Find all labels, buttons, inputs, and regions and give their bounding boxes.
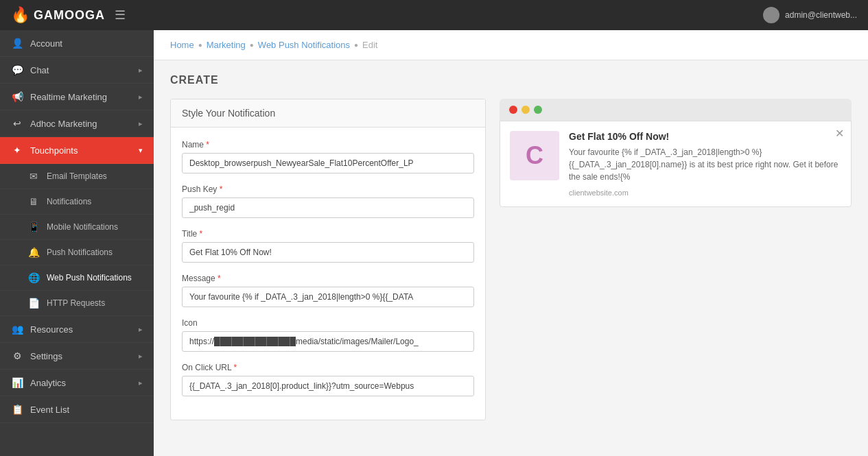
- breadcrumb-home[interactable]: Home: [170, 40, 194, 50]
- sidebar-item-label: Resources: [30, 324, 73, 335]
- email-icon: ✉: [27, 171, 40, 182]
- mobile-icon: 📱: [27, 221, 40, 232]
- breadcrumb-web-push[interactable]: Web Push Notifications: [258, 40, 350, 50]
- chevron-icon: ▸: [139, 379, 143, 387]
- title-input[interactable]: [182, 242, 474, 263]
- hamburger-icon[interactable]: ☰: [115, 8, 126, 23]
- touchpoints-icon: ✦: [11, 145, 23, 156]
- form-group-message: Message *: [182, 274, 474, 307]
- sidebar-item-http-requests[interactable]: 📄 HTTP Requests: [0, 291, 154, 316]
- web-push-icon: 🌐: [27, 272, 40, 283]
- layout: 👤 Account 💬 Chat ▸ 📢 Realtime Marketing …: [0, 30, 868, 456]
- message-label: Message *: [182, 274, 474, 283]
- breadcrumb-sep-2: ●: [250, 41, 254, 49]
- push-key-label: Push Key *: [182, 184, 474, 194]
- sidebar-item-account[interactable]: 👤 Account: [0, 30, 154, 57]
- sidebar-item-web-push-notifications[interactable]: 🌐 Web Push Notifications: [0, 265, 154, 291]
- sidebar-item-touchpoints[interactable]: ✦ Touchpoints ▾: [0, 137, 154, 164]
- breadcrumb: Home ● Marketing ● Web Push Notification…: [154, 30, 868, 60]
- notification-preview: C Get Flat 10% Off Now! Your favourite {…: [500, 121, 852, 207]
- dot-yellow: [521, 106, 530, 114]
- sidebar-sub-label: Email Templates: [47, 171, 107, 181]
- notif-icon: C: [510, 131, 559, 180]
- notif-url: clientwebsite.com: [569, 189, 841, 197]
- logo-icon: 🔥: [11, 6, 30, 24]
- sidebar-sub-label: Push Notifications: [47, 248, 113, 257]
- content-area: CREATE Style Your Notification Name *: [154, 60, 868, 434]
- event-list-icon: 📋: [11, 404, 23, 415]
- sidebar-item-notifications[interactable]: 🖥 Notifications: [0, 189, 154, 215]
- sidebar-sub-label: Notifications: [47, 197, 91, 206]
- chevron-icon: ▸: [139, 119, 143, 128]
- on-click-url-label: On Click URL *: [182, 363, 474, 372]
- topbar: 🔥 GAMOOGA ☰ admin@clientweb...: [0, 0, 868, 30]
- resources-icon: 👥: [11, 324, 23, 335]
- required-star: *: [234, 363, 237, 372]
- notif-title: Get Flat 10% Off Now!: [569, 131, 841, 142]
- settings-icon: ⚙: [11, 350, 23, 361]
- breadcrumb-edit: Edit: [362, 40, 377, 50]
- sidebar-item-chat[interactable]: 💬 Chat ▸: [0, 57, 154, 84]
- breadcrumb-sep-1: ●: [198, 41, 202, 49]
- sidebar-item-mobile-notifications[interactable]: 📱 Mobile Notifications: [0, 215, 154, 240]
- sidebar-item-label: Account: [30, 38, 62, 49]
- form-group-title: Title *: [182, 229, 474, 263]
- dot-red: [509, 106, 517, 114]
- close-icon[interactable]: ✕: [835, 127, 844, 140]
- breadcrumb-marketing[interactable]: Marketing: [207, 40, 246, 50]
- avatar: [763, 7, 779, 23]
- title-label: Title *: [182, 229, 474, 239]
- required-star: *: [220, 184, 223, 194]
- form-group-name: Name *: [182, 140, 474, 173]
- required-star: *: [206, 140, 209, 149]
- name-label: Name *: [182, 140, 474, 149]
- sidebar-item-adhoc-marketing[interactable]: ↩ Adhoc Marketing ▸: [0, 110, 154, 137]
- message-input[interactable]: [182, 287, 474, 307]
- chevron-down-icon: ▾: [139, 146, 143, 155]
- on-click-url-input[interactable]: [182, 376, 474, 396]
- sidebar-item-settings[interactable]: ⚙ Settings ▸: [0, 343, 154, 370]
- topbar-left: 🔥 GAMOOGA ☰: [11, 6, 126, 24]
- sidebar-sub-label: HTTP Requests: [47, 298, 105, 308]
- main-content: Home ● Marketing ● Web Push Notification…: [154, 30, 868, 456]
- notif-message: Your favourite {% if _DATA_.3_jan_2018|l…: [569, 146, 841, 183]
- http-icon: 📄: [27, 298, 40, 309]
- sidebar-item-event-list[interactable]: 📋 Event List: [0, 396, 154, 423]
- form-card-header: Style Your Notification: [171, 99, 485, 128]
- chevron-icon: ▸: [139, 66, 143, 75]
- sidebar-item-analytics[interactable]: 📊 Analytics ▸: [0, 370, 154, 396]
- name-input[interactable]: [182, 153, 474, 173]
- sidebar-sub-label: Mobile Notifications: [47, 222, 118, 232]
- form-preview-row: Style Your Notification Name * Push Key: [170, 99, 852, 420]
- breadcrumb-sep-3: ●: [354, 41, 358, 49]
- sidebar-item-push-notifications[interactable]: 🔔 Push Notifications: [0, 240, 154, 265]
- push-icon: 🔔: [27, 247, 40, 258]
- sidebar-item-label: Touchpoints: [30, 145, 78, 156]
- sidebar-item-label: Chat: [30, 65, 49, 75]
- form-group-icon: Icon: [182, 318, 474, 352]
- realtime-icon: 📢: [11, 91, 23, 102]
- required-star: *: [200, 229, 203, 239]
- form-card-body: Name * Push Key *: [171, 128, 485, 420]
- sidebar: 👤 Account 💬 Chat ▸ 📢 Realtime Marketing …: [0, 30, 154, 456]
- topbar-right: admin@clientweb...: [763, 7, 857, 23]
- sidebar-item-email-templates[interactable]: ✉ Email Templates: [0, 164, 154, 189]
- account-icon: 👤: [11, 38, 23, 49]
- logo-text: GAMOOGA: [34, 8, 105, 23]
- dot-green: [534, 106, 542, 114]
- preview-card: C Get Flat 10% Off Now! Your favourite {…: [500, 99, 852, 207]
- chat-icon: 💬: [11, 64, 23, 75]
- push-key-input[interactable]: [182, 197, 474, 218]
- form-card: Style Your Notification Name * Push Key: [170, 99, 486, 420]
- chevron-icon: ▸: [139, 352, 143, 361]
- sidebar-item-realtime-marketing[interactable]: 📢 Realtime Marketing ▸: [0, 84, 154, 110]
- analytics-icon: 📊: [11, 377, 23, 388]
- sidebar-item-label: Settings: [30, 351, 62, 361]
- form-group-push-key: Push Key *: [182, 184, 474, 218]
- sidebar-item-label: Analytics: [30, 378, 66, 388]
- notif-body: Get Flat 10% Off Now! Your favourite {% …: [569, 131, 841, 197]
- sidebar-item-resources[interactable]: 👥 Resources ▸: [0, 316, 154, 343]
- chevron-icon: ▸: [139, 325, 143, 334]
- icon-input[interactable]: [182, 331, 474, 352]
- icon-label: Icon: [182, 318, 474, 328]
